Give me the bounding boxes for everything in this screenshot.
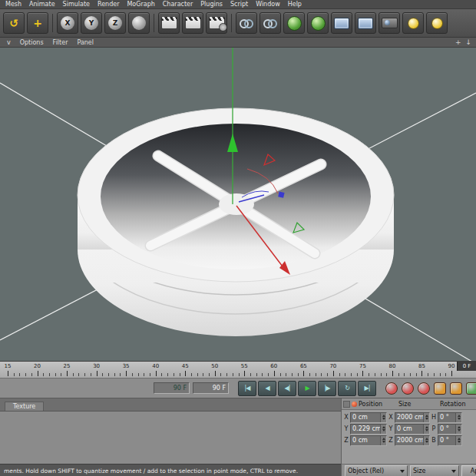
- spinner-icon[interactable]: [423, 425, 429, 434]
- position-z-field[interactable]: 0 cm: [350, 435, 387, 446]
- timeline-ruler[interactable]: 0 F 15202530354045505560657075808590: [0, 361, 476, 378]
- chevron-down-icon: [451, 470, 456, 473]
- menu-mesh[interactable]: Mesh: [2, 1, 25, 8]
- z-axis-handle[interactable]: [278, 191, 284, 197]
- next-frame-button[interactable]: |▶: [318, 381, 336, 396]
- texture-tab[interactable]: Texture: [5, 402, 44, 411]
- menu-mograph[interactable]: MoGraph: [123, 1, 158, 8]
- camera-button[interactable]: [378, 12, 400, 34]
- coordinates-panel: Position Size Rotation X0 cmX2000 cmH0 °…: [342, 398, 476, 476]
- ruler-frame-label: 75: [359, 363, 366, 369]
- spinner-icon[interactable]: [423, 413, 429, 422]
- apply-button[interactable]: Apply: [461, 465, 476, 476]
- menu-script[interactable]: Script: [226, 1, 252, 8]
- viewport-menu-v[interactable]: v: [2, 39, 15, 46]
- spinner-icon[interactable]: [380, 425, 386, 434]
- display-settings-button[interactable]: [331, 12, 352, 34]
- record-selection-button[interactable]: [418, 382, 430, 395]
- rotation-b-field[interactable]: 0 °: [438, 435, 462, 446]
- ruler-tick: [138, 373, 139, 376]
- menu-simulate[interactable]: Simulate: [59, 1, 94, 8]
- modeling-axis-button[interactable]: [236, 12, 257, 34]
- viewport-menu-filter[interactable]: Filter: [48, 39, 73, 46]
- size-mode-dropdown[interactable]: Size: [410, 465, 459, 476]
- ruler-tick: [440, 373, 441, 376]
- render-settings-button[interactable]: [206, 12, 227, 34]
- panel-lock-icon[interactable]: [343, 401, 350, 408]
- menu-window[interactable]: Window: [252, 1, 284, 8]
- ruler-tick: [120, 373, 121, 376]
- ruler-frame-label: 25: [64, 363, 71, 369]
- lock-z-axis-button[interactable]: Z: [104, 12, 126, 34]
- ruler-tick: [185, 371, 186, 376]
- frame-start-field[interactable]: 90 F: [154, 382, 190, 394]
- menu-character[interactable]: Character: [159, 1, 197, 8]
- viewport[interactable]: [0, 48, 476, 361]
- dock-icon[interactable]: ↓: [465, 38, 471, 46]
- previous-frame-button[interactable]: ◀|: [278, 381, 296, 396]
- pan-view-icon[interactable]: +: [455, 38, 461, 46]
- field-value: 2000 cm: [395, 437, 423, 444]
- ruler-tick: [369, 373, 369, 376]
- menu-render[interactable]: Render: [94, 1, 123, 8]
- autokey-button[interactable]: [402, 382, 414, 395]
- viewport-settings-button[interactable]: [355, 12, 376, 34]
- ruler-tick: [345, 373, 345, 376]
- light-target-glyph: [431, 18, 443, 29]
- spinner-icon[interactable]: [380, 436, 386, 445]
- object-mode-dropdown[interactable]: Object (Rel): [345, 465, 408, 476]
- tube-model[interactable]: [78, 108, 394, 336]
- goto-end-button[interactable]: ▶|: [358, 381, 376, 396]
- current-frame-box[interactable]: 0 F: [457, 362, 476, 371]
- move-tool-icon-glyph: +: [33, 18, 42, 28]
- ruler-tick: [38, 371, 38, 376]
- position-x-field[interactable]: 0 cm: [350, 412, 387, 423]
- menu-plugins[interactable]: Plugins: [197, 1, 226, 8]
- spinner-icon[interactable]: [380, 413, 386, 422]
- primitive-object-button[interactable]: [283, 12, 305, 34]
- size-x-field[interactable]: 2000 cm: [395, 412, 430, 423]
- metaball-object-button[interactable]: [307, 12, 329, 34]
- goto-start-button[interactable]: |◀: [238, 381, 256, 396]
- render-picture-viewer-button[interactable]: [182, 12, 203, 34]
- light-button[interactable]: [402, 12, 424, 34]
- spinner-icon[interactable]: [455, 413, 461, 422]
- play-forward-button[interactable]: ▶: [298, 381, 316, 396]
- menu-animate[interactable]: Animate: [25, 1, 59, 8]
- viewport-menu-panel[interactable]: Panel: [72, 39, 98, 46]
- ruler-frame-label: 65: [300, 363, 307, 369]
- coordinate-system-button[interactable]: [128, 12, 150, 34]
- ruler-tick: [316, 373, 316, 376]
- size-y-label: Y: [388, 425, 394, 432]
- position-y-field[interactable]: 0.229 cm: [350, 424, 387, 435]
- spinner-icon[interactable]: [455, 436, 461, 445]
- frame-end-field[interactable]: 90 F: [193, 382, 229, 394]
- render-view-button[interactable]: [158, 12, 180, 34]
- rotation-h-field[interactable]: 0 °: [438, 412, 462, 423]
- size-z-field[interactable]: 2000 cm: [395, 435, 430, 446]
- move-tool-icon[interactable]: +: [27, 12, 48, 34]
- texture-panel-body[interactable]: [0, 412, 341, 464]
- coordinates-footer: Object (Rel) Size Apply: [342, 464, 476, 476]
- lock-y-axis-button[interactable]: Y: [81, 12, 102, 34]
- record-keyframe-button[interactable]: [385, 382, 398, 395]
- instance-button[interactable]: [259, 12, 281, 34]
- key-scale-button[interactable]: [450, 382, 462, 395]
- rotation-p-field[interactable]: 0 °: [438, 424, 462, 435]
- spinner-icon[interactable]: [455, 425, 461, 434]
- loop-playback-button[interactable]: ↻: [338, 381, 356, 396]
- undo-icon[interactable]: ↺: [3, 12, 25, 34]
- key-rotation-button[interactable]: [466, 382, 476, 395]
- play-backward-button[interactable]: ◀: [258, 381, 276, 396]
- lock-x-axis-button[interactable]: X: [57, 12, 78, 34]
- ruler-tick: [286, 373, 286, 376]
- size-y-field[interactable]: 0 cm: [395, 424, 430, 435]
- spinner-icon[interactable]: [423, 436, 429, 445]
- ruler-tick: [67, 371, 68, 376]
- ruler-tick: [220, 373, 221, 376]
- light-target-button[interactable]: [426, 12, 448, 34]
- key-position-button[interactable]: [434, 382, 446, 395]
- viewport-menu-options[interactable]: Options: [15, 39, 48, 46]
- menu-help[interactable]: Help: [284, 1, 306, 8]
- rotation-header: Rotation: [440, 401, 474, 408]
